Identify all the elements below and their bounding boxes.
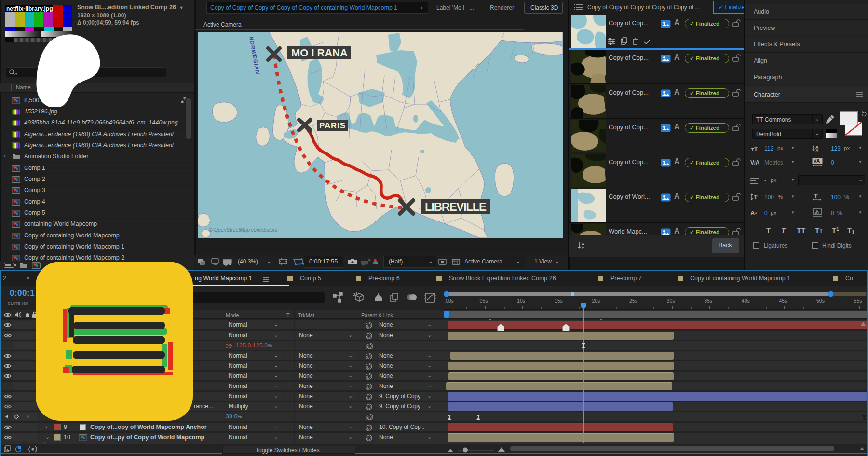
svg-text:MO I RANA: MO I RANA [291, 47, 348, 59]
svg-text:T: T [754, 193, 758, 201]
svg-text:PARIS: PARIS [319, 121, 345, 130]
svg-text:T: T [814, 193, 818, 200]
svg-text:VA: VA [814, 158, 820, 164]
svg-text:A: A [815, 148, 819, 152]
svg-text:A: A [582, 242, 584, 246]
svg-text:Z: Z [582, 246, 584, 250]
svg-text:© OpenStreetMap contributors: © OpenStreetMap contributors [209, 227, 278, 233]
svg-text:LIBREVILLE: LIBREVILLE [425, 200, 487, 213]
svg-text:あ: あ [815, 209, 819, 214]
